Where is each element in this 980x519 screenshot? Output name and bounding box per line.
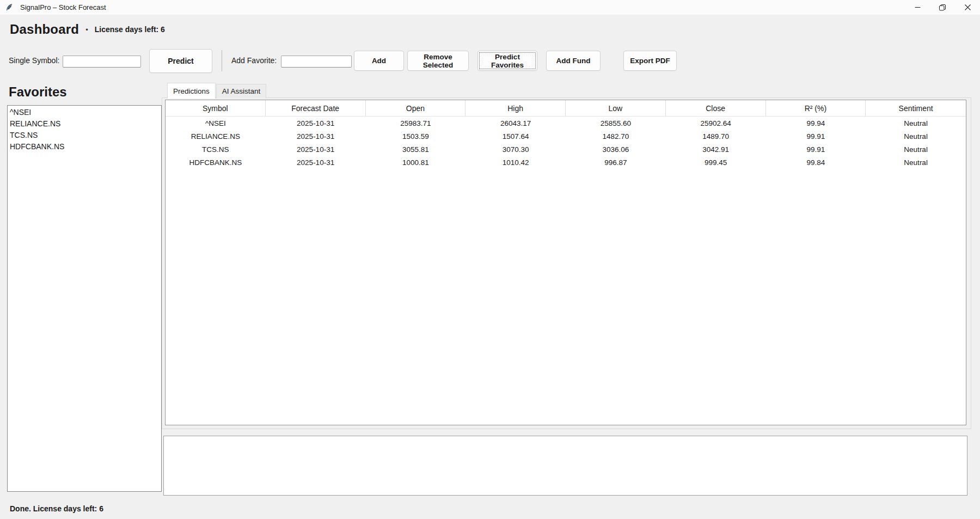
favorites-heading: Favorites — [9, 84, 67, 100]
table-row[interactable]: HDFCBANK.NS2025-10-311000.811010.42996.8… — [166, 156, 966, 169]
table-cell: RELIANCE.NS — [166, 130, 266, 143]
column-header[interactable]: Symbol — [166, 100, 266, 116]
table-cell: Neutral — [866, 156, 966, 169]
table-cell: 1482.70 — [566, 130, 666, 143]
table-cell: 99.91 — [766, 130, 866, 143]
column-header[interactable]: Close — [666, 100, 766, 116]
header-bullet: • — [85, 26, 88, 34]
table-cell: 25983.71 — [366, 117, 466, 130]
table-cell: 2025-10-31 — [266, 156, 366, 169]
add-button[interactable]: Add — [354, 51, 404, 71]
predict-button[interactable]: Predict — [149, 49, 212, 73]
column-header[interactable]: Sentiment — [866, 100, 966, 116]
table-cell: 2025-10-31 — [266, 143, 366, 156]
favorites-item[interactable]: RELIANCE.NS — [10, 118, 159, 130]
table-cell: 1489.70 — [666, 130, 766, 143]
column-header[interactable]: R² (%) — [766, 100, 866, 116]
table-cell: ^NSEI — [166, 117, 266, 130]
toolbar-separator — [222, 50, 222, 71]
table-cell: 1507.64 — [465, 130, 566, 143]
title-bar: SignalPro – Stock Forecast — [0, 0, 980, 15]
column-header[interactable]: Forecast Date — [266, 100, 366, 116]
window-title: SignalPro – Stock Forecast — [20, 3, 106, 11]
table-row[interactable]: ^NSEI2025-10-3125983.7126043.1725855.602… — [166, 117, 966, 130]
table-body: ^NSEI2025-10-3125983.7126043.1725855.602… — [166, 117, 966, 169]
table-cell: 26043.17 — [465, 117, 566, 130]
table-cell: 99.84 — [766, 156, 866, 169]
status-text: Done. License days left: 6 — [10, 504, 103, 513]
tab-bar: PredictionsAI Assistant — [167, 83, 267, 99]
table-cell: HDFCBANK.NS — [166, 156, 266, 169]
table-cell: Neutral — [866, 143, 966, 156]
status-bar: Done. License days left: 6 — [0, 498, 980, 519]
favorites-list[interactable]: ^NSEIRELIANCE.NSTCS.NSHDFCBANK.NS — [7, 105, 162, 492]
table-cell: 996.87 — [566, 156, 666, 169]
table-cell: 1010.42 — [465, 156, 566, 169]
predictions-table: SymbolForecast DateOpenHighLowCloseR² (%… — [165, 100, 966, 425]
log-panel[interactable] — [163, 436, 967, 496]
add-favorite-input[interactable] — [281, 56, 352, 68]
predict-favorites-button[interactable]: Predict Favorites — [477, 51, 537, 71]
maximize-button[interactable] — [930, 0, 955, 15]
single-symbol-label: Single Symbol: — [9, 56, 59, 65]
tab-ai-assistant[interactable]: AI Assistant — [216, 84, 267, 99]
table-header-row: SymbolForecast DateOpenHighLowCloseR² (%… — [166, 100, 966, 117]
table-row[interactable]: TCS.NS2025-10-313055.813070.303036.06304… — [166, 143, 966, 156]
remove-selected-button[interactable]: Remove Selected — [407, 51, 469, 71]
table-row[interactable]: RELIANCE.NS2025-10-311503.591507.641482.… — [166, 130, 966, 143]
table-cell: 3070.30 — [465, 143, 566, 156]
favorites-item[interactable]: TCS.NS — [10, 130, 159, 141]
table-cell: 25855.60 — [566, 117, 666, 130]
minimize-icon — [915, 4, 921, 10]
license-days-label: License days left: 6 — [95, 25, 165, 34]
column-header[interactable]: High — [465, 100, 566, 116]
close-icon — [965, 4, 971, 10]
table-cell: 1503.59 — [366, 130, 466, 143]
table-cell: 2025-10-31 — [266, 117, 366, 130]
table-cell: Neutral — [866, 117, 966, 130]
table-cell: 999.45 — [666, 156, 766, 169]
table-cell: 99.91 — [766, 143, 866, 156]
export-pdf-button[interactable]: Export PDF — [623, 51, 677, 71]
column-header[interactable]: Low — [566, 100, 666, 116]
favorites-item[interactable]: HDFCBANK.NS — [10, 141, 159, 152]
table-cell: TCS.NS — [166, 143, 266, 156]
single-symbol-input[interactable] — [63, 56, 141, 68]
page-header: Dashboard • License days left: 6 — [10, 22, 165, 37]
app-icon — [5, 3, 14, 12]
tab-predictions[interactable]: Predictions — [167, 83, 216, 99]
close-button[interactable] — [955, 0, 980, 15]
restore-icon — [939, 4, 946, 11]
table-cell: 3036.06 — [566, 143, 666, 156]
table-cell: 1000.81 — [366, 156, 466, 169]
table-cell: 3042.91 — [666, 143, 766, 156]
toolbar: Single Symbol: Predict Add Favorite: Add… — [0, 48, 980, 74]
table-cell: Neutral — [866, 130, 966, 143]
add-favorite-label: Add Favorite: — [231, 56, 277, 65]
table-cell: 3055.81 — [366, 143, 466, 156]
minimize-button[interactable] — [905, 0, 930, 15]
table-cell: 2025-10-31 — [266, 130, 366, 143]
table-cell: 25902.64 — [666, 117, 766, 130]
favorites-item[interactable]: ^NSEI — [10, 107, 159, 118]
add-fund-button[interactable]: Add Fund — [546, 51, 601, 71]
page-title: Dashboard — [10, 22, 79, 37]
column-header[interactable]: Open — [366, 100, 466, 116]
window-controls — [905, 0, 980, 15]
table-cell: 99.94 — [766, 117, 866, 130]
